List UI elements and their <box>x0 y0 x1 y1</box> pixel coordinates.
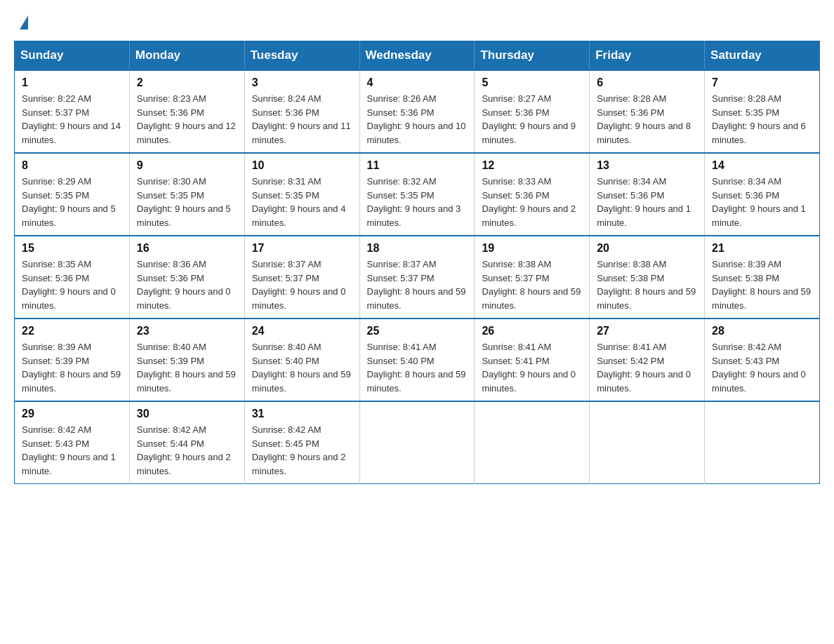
day-number: 8 <box>22 159 122 172</box>
day-info: Sunrise: 8:34 AM Sunset: 5:36 PM Dayligh… <box>712 175 812 229</box>
calendar-week-1: 1 Sunrise: 8:22 AM Sunset: 5:37 PM Dayli… <box>15 70 820 153</box>
calendar-cell: 26 Sunrise: 8:41 AM Sunset: 5:41 PM Dayl… <box>475 318 590 401</box>
day-info: Sunrise: 8:29 AM Sunset: 5:35 PM Dayligh… <box>22 175 122 229</box>
day-number: 9 <box>137 159 237 172</box>
calendar-cell: 10 Sunrise: 8:31 AM Sunset: 5:35 PM Dayl… <box>244 153 359 236</box>
day-number: 20 <box>597 242 697 255</box>
day-info: Sunrise: 8:42 AM Sunset: 5:43 PM Dayligh… <box>22 423 122 478</box>
calendar-cell: 22 Sunrise: 8:39 AM Sunset: 5:39 PM Dayl… <box>15 318 130 401</box>
day-info: Sunrise: 8:39 AM Sunset: 5:38 PM Dayligh… <box>712 257 812 312</box>
day-info: Sunrise: 8:23 AM Sunset: 5:36 PM Dayligh… <box>137 92 237 147</box>
day-info: Sunrise: 8:40 AM Sunset: 5:39 PM Dayligh… <box>137 340 237 395</box>
day-number: 17 <box>252 242 352 255</box>
day-info: Sunrise: 8:34 AM Sunset: 5:36 PM Dayligh… <box>597 175 697 229</box>
day-info: Sunrise: 8:26 AM Sunset: 5:36 PM Dayligh… <box>367 92 468 147</box>
logo <box>14 14 28 29</box>
day-number: 21 <box>712 242 812 255</box>
day-info: Sunrise: 8:32 AM Sunset: 5:35 PM Dayligh… <box>367 175 468 229</box>
calendar-cell: 12 Sunrise: 8:33 AM Sunset: 5:36 PM Dayl… <box>475 153 590 236</box>
day-number: 14 <box>712 159 812 172</box>
day-number: 30 <box>137 408 237 420</box>
day-number: 25 <box>367 325 468 337</box>
day-header-saturday: Saturday <box>705 41 820 71</box>
day-info: Sunrise: 8:39 AM Sunset: 5:39 PM Dayligh… <box>22 340 122 395</box>
day-info: Sunrise: 8:38 AM Sunset: 5:38 PM Dayligh… <box>597 257 697 312</box>
logo-triangle-icon <box>20 15 28 29</box>
day-number: 10 <box>252 159 352 172</box>
calendar-cell: 14 Sunrise: 8:34 AM Sunset: 5:36 PM Dayl… <box>705 153 820 236</box>
day-info: Sunrise: 8:37 AM Sunset: 5:37 PM Dayligh… <box>252 257 352 312</box>
day-info: Sunrise: 8:27 AM Sunset: 5:36 PM Dayligh… <box>482 92 582 147</box>
day-number: 13 <box>597 159 697 172</box>
day-number: 12 <box>482 159 582 172</box>
day-number: 23 <box>137 325 237 337</box>
calendar-body: 1 Sunrise: 8:22 AM Sunset: 5:37 PM Dayli… <box>15 70 820 484</box>
calendar-cell <box>475 401 590 484</box>
calendar-cell: 27 Sunrise: 8:41 AM Sunset: 5:42 PM Dayl… <box>590 318 705 401</box>
day-number: 27 <box>597 325 697 337</box>
day-info: Sunrise: 8:31 AM Sunset: 5:35 PM Dayligh… <box>252 175 352 229</box>
day-number: 31 <box>252 408 352 420</box>
calendar-week-5: 29 Sunrise: 8:42 AM Sunset: 5:43 PM Dayl… <box>15 401 820 484</box>
calendar-cell: 19 Sunrise: 8:38 AM Sunset: 5:37 PM Dayl… <box>475 236 590 318</box>
day-number: 26 <box>482 325 582 337</box>
calendar-cell: 21 Sunrise: 8:39 AM Sunset: 5:38 PM Dayl… <box>705 236 820 318</box>
day-number: 7 <box>712 76 812 89</box>
day-info: Sunrise: 8:28 AM Sunset: 5:35 PM Dayligh… <box>712 92 812 147</box>
calendar-cell: 20 Sunrise: 8:38 AM Sunset: 5:38 PM Dayl… <box>590 236 705 318</box>
day-info: Sunrise: 8:37 AM Sunset: 5:37 PM Dayligh… <box>367 257 468 312</box>
calendar-cell: 29 Sunrise: 8:42 AM Sunset: 5:43 PM Dayl… <box>15 401 130 484</box>
calendar-cell: 13 Sunrise: 8:34 AM Sunset: 5:36 PM Dayl… <box>590 153 705 236</box>
calendar-cell: 7 Sunrise: 8:28 AM Sunset: 5:35 PM Dayli… <box>705 70 820 153</box>
calendar-cell: 3 Sunrise: 8:24 AM Sunset: 5:36 PM Dayli… <box>244 70 359 153</box>
calendar-week-4: 22 Sunrise: 8:39 AM Sunset: 5:39 PM Dayl… <box>15 318 820 401</box>
day-info: Sunrise: 8:42 AM Sunset: 5:43 PM Dayligh… <box>712 340 812 395</box>
day-header-monday: Monday <box>129 41 244 71</box>
day-number: 1 <box>22 76 122 89</box>
calendar-cell <box>705 401 820 484</box>
day-info: Sunrise: 8:41 AM Sunset: 5:42 PM Dayligh… <box>597 340 697 395</box>
day-number: 2 <box>137 76 237 89</box>
day-info: Sunrise: 8:40 AM Sunset: 5:40 PM Dayligh… <box>252 340 352 395</box>
calendar-cell <box>590 401 705 484</box>
day-info: Sunrise: 8:38 AM Sunset: 5:37 PM Dayligh… <box>482 257 582 312</box>
calendar-cell: 23 Sunrise: 8:40 AM Sunset: 5:39 PM Dayl… <box>129 318 244 401</box>
calendar-header: SundayMondayTuesdayWednesdayThursdayFrid… <box>15 41 820 71</box>
day-info: Sunrise: 8:41 AM Sunset: 5:41 PM Dayligh… <box>482 340 582 395</box>
calendar-week-2: 8 Sunrise: 8:29 AM Sunset: 5:35 PM Dayli… <box>15 153 820 236</box>
calendar-cell: 16 Sunrise: 8:36 AM Sunset: 5:36 PM Dayl… <box>129 236 244 318</box>
day-info: Sunrise: 8:28 AM Sunset: 5:36 PM Dayligh… <box>597 92 697 147</box>
days-of-week-row: SundayMondayTuesdayWednesdayThursdayFrid… <box>15 41 820 71</box>
day-info: Sunrise: 8:30 AM Sunset: 5:35 PM Dayligh… <box>137 175 237 229</box>
calendar-cell: 4 Sunrise: 8:26 AM Sunset: 5:36 PM Dayli… <box>359 70 475 153</box>
day-info: Sunrise: 8:36 AM Sunset: 5:36 PM Dayligh… <box>137 257 237 312</box>
calendar-cell: 31 Sunrise: 8:42 AM Sunset: 5:45 PM Dayl… <box>244 401 359 484</box>
day-number: 4 <box>367 76 468 89</box>
day-number: 3 <box>252 76 352 89</box>
day-info: Sunrise: 8:35 AM Sunset: 5:36 PM Dayligh… <box>22 257 122 312</box>
day-number: 6 <box>597 76 697 89</box>
calendar-cell: 25 Sunrise: 8:41 AM Sunset: 5:40 PM Dayl… <box>359 318 475 401</box>
calendar-cell: 28 Sunrise: 8:42 AM Sunset: 5:43 PM Dayl… <box>705 318 820 401</box>
calendar-cell: 6 Sunrise: 8:28 AM Sunset: 5:36 PM Dayli… <box>590 70 705 153</box>
calendar-cell: 17 Sunrise: 8:37 AM Sunset: 5:37 PM Dayl… <box>244 236 359 318</box>
day-info: Sunrise: 8:24 AM Sunset: 5:36 PM Dayligh… <box>252 92 352 147</box>
calendar-cell: 9 Sunrise: 8:30 AM Sunset: 5:35 PM Dayli… <box>129 153 244 236</box>
day-number: 28 <box>712 325 812 337</box>
day-info: Sunrise: 8:42 AM Sunset: 5:44 PM Dayligh… <box>137 423 237 478</box>
day-number: 19 <box>482 242 582 255</box>
calendar-cell: 2 Sunrise: 8:23 AM Sunset: 5:36 PM Dayli… <box>129 70 244 153</box>
day-number: 22 <box>22 325 122 337</box>
calendar-cell: 30 Sunrise: 8:42 AM Sunset: 5:44 PM Dayl… <box>129 401 244 484</box>
day-number: 29 <box>22 408 122 420</box>
day-info: Sunrise: 8:33 AM Sunset: 5:36 PM Dayligh… <box>482 175 582 229</box>
calendar-cell: 1 Sunrise: 8:22 AM Sunset: 5:37 PM Dayli… <box>15 70 130 153</box>
day-number: 18 <box>367 242 468 255</box>
calendar-week-3: 15 Sunrise: 8:35 AM Sunset: 5:36 PM Dayl… <box>15 236 820 318</box>
day-info: Sunrise: 8:22 AM Sunset: 5:37 PM Dayligh… <box>22 92 122 147</box>
day-header-wednesday: Wednesday <box>359 41 475 71</box>
day-info: Sunrise: 8:42 AM Sunset: 5:45 PM Dayligh… <box>252 423 352 478</box>
day-number: 24 <box>252 325 352 337</box>
day-number: 5 <box>482 76 582 89</box>
day-header-sunday: Sunday <box>15 41 130 71</box>
